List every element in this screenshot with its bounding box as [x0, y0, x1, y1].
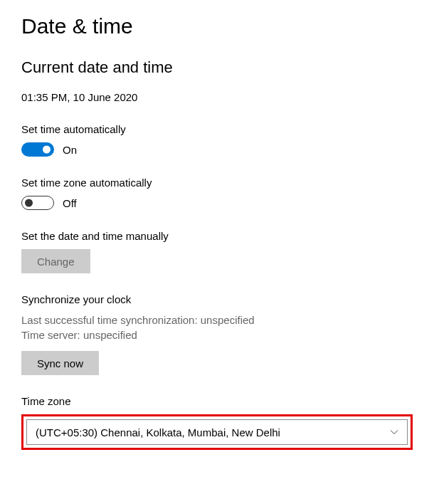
auto-tz-label: Set time zone automatically	[21, 177, 413, 189]
time-zone-highlight: (UTC+05:30) Chennai, Kolkata, Mumbai, Ne…	[21, 414, 413, 450]
manual-datetime-label: Set the date and time manually	[21, 230, 413, 242]
time-zone-value: (UTC+05:30) Chennai, Kolkata, Mumbai, Ne…	[36, 426, 280, 439]
auto-time-state: On	[63, 144, 77, 156]
chevron-down-icon	[390, 428, 398, 436]
page-title: Date & time	[21, 14, 413, 38]
auto-tz-toggle[interactable]	[21, 196, 54, 210]
auto-tz-state: Off	[63, 197, 77, 209]
sync-clock-heading: Synchronize your clock	[21, 293, 413, 305]
auto-time-label: Set time automatically	[21, 123, 413, 135]
auto-time-toggle[interactable]	[21, 142, 54, 157]
change-button: Change	[21, 249, 90, 273]
current-datetime-heading: Current date and time	[21, 58, 413, 77]
sync-last-text: Last successful time synchronization: un…	[21, 313, 413, 327]
sync-server-text: Time server: unspecified	[21, 327, 413, 342]
time-zone-label: Time zone	[21, 395, 413, 407]
time-zone-select[interactable]: (UTC+05:30) Chennai, Kolkata, Mumbai, Ne…	[26, 419, 408, 445]
current-datetime-value: 01:35 PM, 10 June 2020	[21, 91, 413, 103]
sync-now-button[interactable]: Sync now	[21, 351, 99, 375]
